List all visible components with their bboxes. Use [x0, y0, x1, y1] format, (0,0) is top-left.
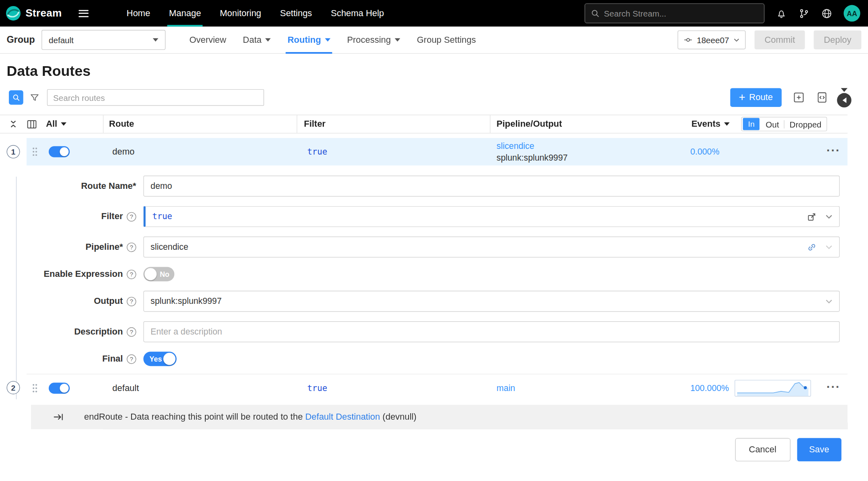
globe-icon[interactable]: [821, 8, 833, 19]
nav-item-manage[interactable]: Manage: [160, 0, 211, 27]
commit-icon: [684, 36, 693, 44]
save-button[interactable]: Save: [797, 438, 841, 462]
deploy-button[interactable]: Deploy: [814, 30, 862, 49]
pipeline-link[interactable]: main: [497, 382, 515, 394]
help-icon[interactable]: [127, 242, 136, 251]
caret-down-icon: [61, 122, 67, 125]
field-enable-expression: Enable Expression No: [31, 267, 840, 282]
top-nav-icons: AA: [776, 5, 860, 21]
events-chip-dropped[interactable]: Dropped: [785, 117, 826, 131]
user-avatar[interactable]: AA: [844, 5, 860, 21]
group-bar-actions: 18eee07 Commit Deploy: [677, 30, 861, 49]
table-columns-icon[interactable]: [27, 119, 37, 129]
route-name[interactable]: default: [70, 383, 297, 393]
help-icon[interactable]: [127, 212, 136, 221]
row-menu-button[interactable]: [819, 147, 847, 157]
events-mode-toggle: In Out Dropped: [741, 117, 827, 132]
field-output: Output splunk:splunk9997: [31, 291, 840, 312]
help-icon[interactable]: [127, 327, 136, 336]
drag-handle-icon[interactable]: [32, 147, 38, 157]
route-row-demo[interactable]: 1 demo true slicendice splunk:splunk9997…: [0, 138, 847, 166]
add-route-button[interactable]: + Route: [730, 88, 782, 107]
route-row-default[interactable]: 2 default true main 100.000%: [0, 374, 847, 402]
output-select[interactable]: splunk:splunk9997: [143, 291, 840, 312]
events-chip-in[interactable]: In: [743, 118, 760, 130]
collapse-preview-pane-button[interactable]: [837, 88, 851, 107]
help-icon[interactable]: [127, 354, 136, 364]
chevron-down-icon: [265, 38, 271, 42]
git-branch-icon[interactable]: [798, 8, 810, 19]
page-title: Data Routes: [6, 63, 868, 80]
route-enabled-toggle[interactable]: [49, 383, 70, 393]
route-output: splunk:splunk9997: [497, 152, 568, 163]
add-annotation-icon[interactable]: [793, 91, 805, 103]
filter-expression-input[interactable]: true: [143, 206, 840, 227]
drag-handle-icon[interactable]: [32, 383, 38, 393]
route-edit-form: Route Name* Filter true Pipeline*: [27, 165, 847, 374]
tab-group-settings[interactable]: Group Settings: [409, 26, 484, 53]
group-select[interactable]: default: [42, 30, 165, 50]
nav-item-settings[interactable]: Settings: [271, 0, 321, 27]
row-menu-button[interactable]: [819, 383, 847, 393]
expand-editor-icon[interactable]: [807, 212, 816, 221]
filter-funnel-icon[interactable]: [30, 93, 39, 102]
pipeline-select[interactable]: slicendice: [143, 236, 840, 257]
app-window: Stream Home Manage Monitoring Settings S…: [0, 0, 868, 481]
routes-search-input[interactable]: [47, 89, 264, 106]
search-icon: [12, 94, 20, 101]
endroute-row: endRoute - Data reaching this point will…: [31, 405, 847, 429]
code-preview-icon[interactable]: [816, 91, 828, 103]
routes-table: All Route Filter Pipeline/Output Events …: [0, 115, 847, 429]
route-number-badge: 2: [6, 381, 20, 394]
chevron-down-icon: [825, 245, 833, 249]
nav-item-monitoring[interactable]: Monitoring: [211, 0, 271, 27]
commit-button[interactable]: Commit: [755, 30, 805, 49]
collapse-all-rows-icon[interactable]: [9, 119, 18, 129]
chevron-down-icon[interactable]: [825, 214, 833, 219]
enable-expression-toggle[interactable]: No: [143, 267, 174, 282]
commit-hash-select[interactable]: 18eee07: [677, 30, 745, 49]
routes-toolbar: + Route: [9, 88, 851, 107]
route-name-input[interactable]: [143, 176, 840, 197]
tab-processing[interactable]: Processing: [339, 26, 409, 53]
field-filter: Filter true: [31, 206, 840, 227]
search-icon: [590, 9, 599, 18]
plus-icon: +: [739, 91, 745, 102]
row-filter-all-dropdown[interactable]: All: [46, 119, 67, 129]
events-dropdown[interactable]: Events: [691, 119, 720, 129]
cancel-button[interactable]: Cancel: [735, 438, 790, 462]
tab-routing[interactable]: Routing: [279, 26, 338, 53]
events-sparkline: [734, 380, 811, 396]
notifications-bell-icon[interactable]: [776, 8, 787, 19]
global-search-input[interactable]: [604, 8, 758, 18]
route-name[interactable]: demo: [70, 147, 297, 157]
field-description: Description: [31, 321, 840, 342]
events-chip-out[interactable]: Out: [761, 117, 784, 131]
brand-name: Stream: [25, 7, 62, 19]
chevron-down-icon: [734, 38, 740, 42]
group-bar: Group default Overview Data Routing Proc…: [0, 27, 868, 54]
chevron-down-icon: [825, 299, 833, 303]
pipeline-link[interactable]: slicendice: [497, 140, 534, 152]
endroute-text: endRoute - Data reaching this point will…: [84, 412, 417, 422]
nav-item-schema-help[interactable]: Schema Help: [321, 0, 393, 27]
hamburger-menu-icon[interactable]: [76, 6, 91, 21]
column-header-events: Events In Out Dropped: [686, 115, 847, 133]
brand-logo[interactable]: Stream: [6, 6, 62, 21]
column-header-pipeline: Pipeline/Output: [490, 115, 686, 133]
description-input[interactable]: [143, 321, 840, 342]
nav-item-home[interactable]: Home: [117, 0, 159, 27]
search-mode-button[interactable]: [9, 90, 23, 105]
route-filter-value: true: [297, 383, 490, 393]
tab-overview[interactable]: Overview: [181, 26, 235, 53]
default-destination-link[interactable]: Default Destination: [305, 412, 380, 421]
tab-data[interactable]: Data: [234, 26, 279, 53]
link-icon[interactable]: [807, 242, 816, 251]
route-enabled-toggle[interactable]: [49, 146, 70, 157]
help-icon[interactable]: [127, 297, 136, 306]
main-menu: Home Manage Monitoring Settings Schema H…: [117, 0, 393, 27]
top-nav: Stream Home Manage Monitoring Settings S…: [0, 0, 868, 27]
help-icon[interactable]: [127, 270, 136, 279]
final-toggle[interactable]: Yes: [143, 352, 176, 366]
global-search[interactable]: [584, 3, 764, 23]
